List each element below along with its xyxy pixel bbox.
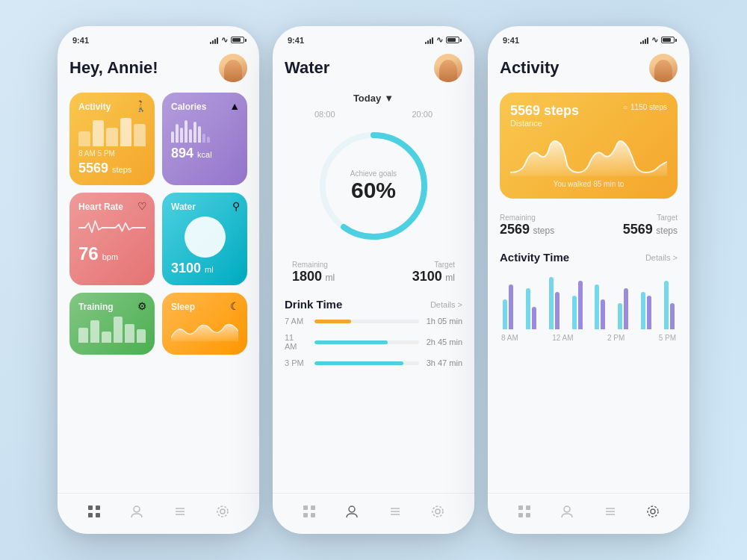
activity-big-card[interactable]: 5569 steps Distance 1150 steps <box>500 93 678 199</box>
status-icons-2: ∿ <box>425 35 459 45</box>
svg-point-21 <box>433 506 443 517</box>
svg-point-20 <box>436 509 440 514</box>
act-remaining: Remaining 2569 steps <box>500 214 554 237</box>
drink-items-list: 7 AM 1h 05 min 11 AM 2h 45 min 3 PM 3h 4… <box>285 317 462 367</box>
time-1: 9:41 <box>72 36 89 45</box>
sleep-card[interactable]: Sleep ☾ <box>162 293 247 355</box>
nav-list-1[interactable] <box>170 501 190 522</box>
act-marker: 1150 steps <box>623 103 667 111</box>
water-value: 3100 ml <box>171 261 238 276</box>
nav-user-2[interactable] <box>341 501 362 522</box>
activity-content: Activity 5569 steps Distance 1150 steps <box>488 48 689 493</box>
sleep-title: Sleep <box>171 302 238 312</box>
activity-time: 8 AM 5 PM <box>78 149 146 158</box>
nav-settings-3[interactable] <box>642 501 663 522</box>
activity-icon: 🚶 <box>134 100 147 112</box>
water-circle-small <box>185 217 226 258</box>
svg-rect-22 <box>518 505 523 510</box>
svg-rect-13 <box>311 505 315 510</box>
activity-title-main: Activity <box>500 58 559 78</box>
signal-icon-2 <box>425 37 433 44</box>
nav-list-3[interactable] <box>600 501 621 522</box>
svg-point-30 <box>651 509 655 514</box>
act-time-labels: 8 AM 12 AM 2 PM 5 PM <box>500 334 678 342</box>
water-progress-circle: Achieve goals 60% <box>314 126 433 246</box>
activity-header: Activity <box>500 54 678 82</box>
signal-icon <box>210 37 218 44</box>
today-selector[interactable]: Today ▼ <box>285 93 462 104</box>
water-center: Achieve goals 60% <box>350 169 397 203</box>
drink-item: 11 AM 2h 45 min <box>285 333 462 351</box>
time-3: 9:41 <box>503 36 519 45</box>
status-icons-3: ∿ <box>640 35 675 45</box>
battery-icon-2 <box>446 37 459 43</box>
nav-list-2[interactable] <box>385 501 406 522</box>
water-title-main: Water <box>285 58 329 78</box>
status-icons-1: ∿ <box>210 35 244 45</box>
activity-stats: Remaining 2569 steps Target 5569 steps <box>500 209 678 245</box>
avatar[interactable] <box>219 54 247 82</box>
svg-rect-2 <box>88 513 93 517</box>
svg-point-8 <box>220 509 225 514</box>
activity-big-wave <box>510 132 667 177</box>
drink-bar-fill <box>314 340 388 344</box>
home-content: Hey, Annie! Activity 🚶 <box>58 48 259 493</box>
drink-amount: 1h 05 min <box>427 317 462 326</box>
activity-waves <box>78 116 146 146</box>
target-stat: Target 3100 ml <box>412 261 455 284</box>
nav-grid-2[interactable] <box>299 501 320 522</box>
svg-rect-24 <box>518 513 523 517</box>
home-header: Hey, Annie! <box>69 54 247 82</box>
nav-settings-1[interactable] <box>212 501 233 522</box>
calorie-bars <box>171 116 238 143</box>
water-stats: Remaining 1800 ml Target 3100 ml <box>285 253 462 292</box>
training-icon: ⚙ <box>137 300 147 312</box>
bottom-nav-1 <box>58 493 259 534</box>
bottom-nav-2 <box>273 493 474 534</box>
svg-point-31 <box>648 506 658 517</box>
water-header: Water <box>285 54 462 82</box>
svg-rect-15 <box>311 513 315 517</box>
greeting: Hey, Annie! <box>69 58 158 78</box>
calories-title: Calories <box>171 102 238 112</box>
heart-title: Heart Rate <box>78 202 146 212</box>
calories-card[interactable]: Calories ▲ 894 k <box>162 93 247 185</box>
avatar-2[interactable] <box>434 54 462 82</box>
activity-chart <box>500 270 678 329</box>
avatar-3[interactable] <box>649 54 678 82</box>
nav-user-3[interactable] <box>557 501 577 522</box>
calories-icon: ▲ <box>229 100 240 112</box>
act-target: Target 5569 steps <box>623 214 678 237</box>
activity-time-header: Activity Time Details > <box>500 251 678 264</box>
drink-time: 7 AM <box>285 317 307 326</box>
nav-settings-2[interactable] <box>427 501 448 522</box>
water-title: Water <box>171 202 238 212</box>
battery-icon <box>231 37 244 43</box>
nav-grid-3[interactable] <box>514 501 535 522</box>
drink-time: 11 AM <box>285 333 307 351</box>
svg-rect-14 <box>303 513 308 517</box>
heart-icon: ♡ <box>137 200 147 212</box>
phones-container: 9:41 ∿ Hey, Annie! <box>58 26 689 534</box>
training-card[interactable]: Training ⚙ <box>69 293 155 355</box>
training-bars <box>78 317 146 343</box>
nav-grid-1[interactable] <box>84 501 105 522</box>
act-walked: You walked 85 min to <box>510 180 667 188</box>
water-card[interactable]: Water ⚲ 3100 ml <box>162 193 247 285</box>
activity-card[interactable]: Activity 🚶 8 AM 5 PM 5569 steps <box>69 93 155 185</box>
drink-amount: 3h 47 min <box>427 358 462 367</box>
svg-rect-3 <box>96 513 100 517</box>
drink-bar-bg <box>314 320 419 323</box>
svg-rect-23 <box>526 505 530 510</box>
drink-time: 3 PM <box>285 358 307 367</box>
svg-point-9 <box>217 506 228 517</box>
svg-rect-1 <box>96 505 100 510</box>
heart-card[interactable]: Heart Rate ♡ 76 bpm <box>69 193 155 285</box>
nav-user-1[interactable] <box>126 501 147 522</box>
calories-value: 894 kcal <box>171 146 238 161</box>
drink-bar-bg <box>314 340 419 344</box>
drink-item: 3 PM 3h 47 min <box>285 358 462 367</box>
battery-icon-3 <box>661 37 675 43</box>
status-bar-2: 9:41 ∿ <box>273 26 474 48</box>
sleep-wave <box>171 317 238 343</box>
